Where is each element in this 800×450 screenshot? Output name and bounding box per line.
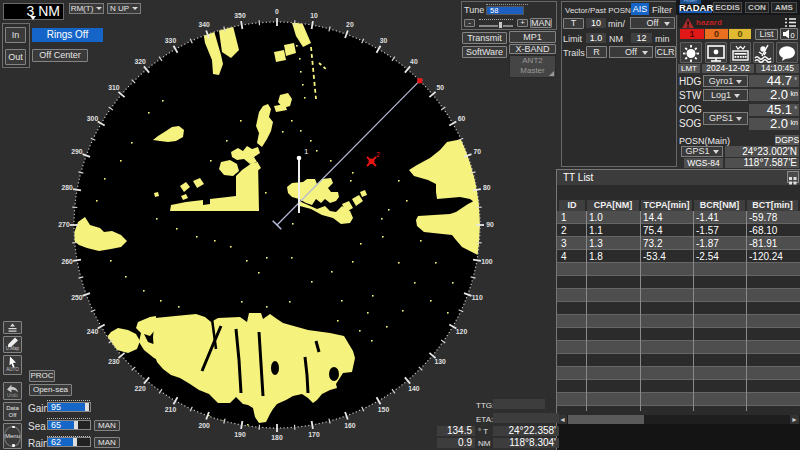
- svg-text:130: 130: [435, 358, 447, 365]
- svg-text:280: 280: [62, 184, 74, 191]
- svg-text:200: 200: [198, 422, 210, 429]
- svg-text:160: 160: [344, 422, 356, 429]
- svg-text:0: 0: [275, 8, 279, 15]
- svg-text:220: 220: [134, 385, 146, 392]
- svg-text:260: 260: [62, 258, 74, 265]
- svg-text:290: 290: [71, 148, 83, 155]
- svg-text:120: 120: [456, 328, 468, 335]
- svg-text:50: 50: [436, 84, 444, 91]
- svg-text:270: 270: [58, 221, 70, 228]
- svg-text:30: 30: [380, 37, 388, 44]
- svg-text:300: 300: [87, 115, 99, 122]
- svg-text:320: 320: [134, 58, 146, 65]
- svg-text:1: 1: [304, 147, 309, 156]
- svg-text:140: 140: [408, 385, 420, 392]
- svg-text:0: 0: [791, 31, 795, 40]
- svg-text:230: 230: [108, 358, 120, 365]
- svg-text:70: 70: [473, 148, 481, 155]
- svg-text:60: 60: [458, 115, 466, 122]
- svg-text:250: 250: [71, 294, 83, 301]
- svg-text:310: 310: [108, 84, 120, 91]
- svg-text:10: 10: [310, 12, 318, 19]
- svg-text:190: 190: [234, 431, 246, 438]
- svg-text:40: 40: [410, 58, 418, 65]
- svg-text:240: 240: [87, 328, 99, 335]
- svg-text:80: 80: [483, 184, 491, 191]
- svg-text:170: 170: [308, 431, 320, 438]
- svg-text:2: 2: [376, 151, 380, 158]
- svg-text:110: 110: [472, 294, 483, 301]
- svg-text:330: 330: [165, 37, 177, 44]
- svg-text:340: 340: [198, 21, 210, 28]
- svg-text:180: 180: [271, 434, 283, 441]
- svg-text:150: 150: [378, 406, 390, 413]
- svg-text:100: 100: [481, 258, 493, 265]
- svg-text:350: 350: [234, 12, 246, 19]
- svg-text:210: 210: [165, 406, 177, 413]
- svg-text:90: 90: [486, 221, 494, 228]
- svg-text:20: 20: [346, 21, 354, 28]
